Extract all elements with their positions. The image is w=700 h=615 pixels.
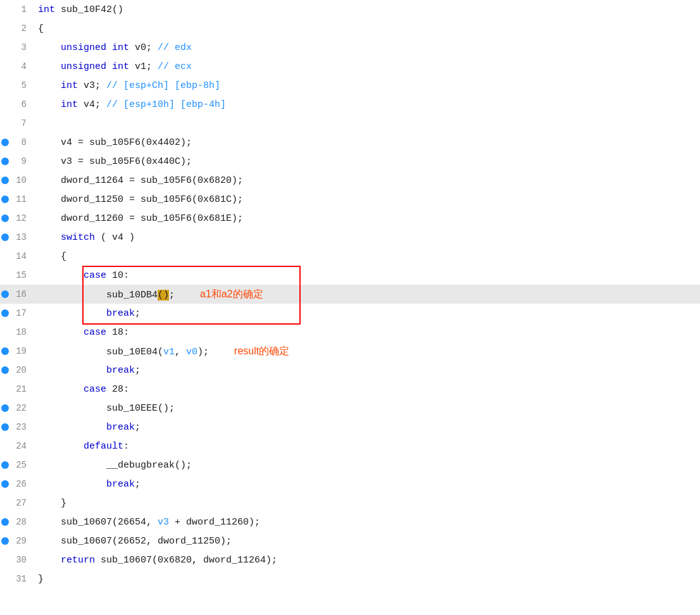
gutter-16: 16 xyxy=(0,289,32,299)
gutter-19: 19 xyxy=(0,346,32,356)
code-line-22: 22 sub_10EEE(); xyxy=(0,399,700,418)
code-line-24: 24 default: xyxy=(0,437,700,456)
code-container: 1 int sub_10F42() 2 { 3 unsigned int v0;… xyxy=(0,0,700,615)
code-line-21: 21 case 28: xyxy=(0,380,700,399)
gutter-1: 1 xyxy=(0,4,32,15)
line-content-13: switch ( v4 ) xyxy=(32,232,700,243)
line-content-6: int v4; // [esp+10h] [ebp-4h] xyxy=(32,99,700,110)
gutter-13: 13 xyxy=(0,232,32,242)
breakpoint-28 xyxy=(1,518,9,526)
code-line-31: 31 } xyxy=(0,569,700,588)
gutter-6: 6 xyxy=(0,99,32,109)
line-content-5: int v3; // [esp+Ch] [ebp-8h] xyxy=(32,80,700,91)
gutter-21: 21 xyxy=(0,384,32,394)
code-line-4: 4 unsigned int v1; // ecx xyxy=(0,57,700,76)
gutter-28: 28 xyxy=(0,517,32,527)
gutter-8: 8 xyxy=(0,137,32,147)
breakpoint-19 xyxy=(1,347,9,355)
gutter-23: 23 xyxy=(0,422,32,432)
code-line-30: 30 return sub_10607(0x6820, dword_11264)… xyxy=(0,550,700,569)
code-line-19: 19 sub_10E04(v1, v0);result的确定 xyxy=(0,342,700,361)
line-content-3: unsigned int v0; // edx xyxy=(32,42,700,53)
breakpoint-11 xyxy=(1,196,9,203)
gutter-30: 30 xyxy=(0,555,32,565)
switch-keyword: switch xyxy=(61,232,95,243)
code-line-16: 16 sub_10DB4();a1和a2的确定 xyxy=(0,285,700,304)
gutter-20: 20 xyxy=(0,365,32,375)
line-content-2: { xyxy=(32,23,700,34)
breakpoint-9 xyxy=(1,158,9,165)
line-content-18: case 18: xyxy=(32,327,700,338)
gutter-2: 2 xyxy=(0,23,32,34)
gutter-4: 4 xyxy=(0,61,32,71)
line-content-4: unsigned int v1; // ecx xyxy=(32,61,700,72)
breakpoint-29 xyxy=(1,537,9,545)
code-line-10: 10 dword_11264 = sub_105F6(0x6820); xyxy=(0,171,700,190)
breakpoint-23 xyxy=(1,423,9,431)
gutter-29: 29 xyxy=(0,536,32,546)
code-line-17: 17 break; xyxy=(0,304,700,323)
annotation-line16: a1和a2的确定 xyxy=(200,289,263,299)
line-content-9: v3 = sub_105F6(0x440C); xyxy=(32,156,700,167)
code-line-13: 13 switch ( v4 ) xyxy=(0,228,700,247)
gutter-17: 17 xyxy=(0,308,32,318)
breakpoint-10 xyxy=(1,177,9,184)
gutter-24: 24 xyxy=(0,441,32,451)
breakpoint-22 xyxy=(1,404,9,412)
breakpoint-20 xyxy=(1,366,9,374)
breakpoint-13 xyxy=(1,233,9,241)
line-content-17: break; xyxy=(32,308,700,319)
line-content-26: break; xyxy=(32,479,700,490)
line-content-11: dword_11250 = sub_105F6(0x681C); xyxy=(32,194,700,205)
gutter-25: 25 xyxy=(0,460,32,470)
code-line-1: 1 int sub_10F42() xyxy=(0,0,700,19)
line-content-1: int sub_10F42() xyxy=(32,4,700,15)
line-content-29: sub_10607(26652, dword_11250); xyxy=(32,536,700,547)
code-line-2: 2 { xyxy=(0,19,700,38)
code-line-12: 12 dword_11260 = sub_105F6(0x681E); xyxy=(0,209,700,228)
line-content-22: sub_10EEE(); xyxy=(32,403,700,414)
gutter-18: 18 xyxy=(0,327,32,337)
yellow-highlight: () xyxy=(158,290,169,301)
code-line-7: 7 xyxy=(0,114,700,133)
code-line-29: 29 sub_10607(26652, dword_11250); xyxy=(0,531,700,550)
line-content-10: dword_11264 = sub_105F6(0x6820); xyxy=(32,175,700,186)
gutter-10: 10 xyxy=(0,175,32,185)
annotation-line19: result的确定 xyxy=(234,345,289,356)
gutter-27: 27 xyxy=(0,498,32,508)
code-line-14: 14 { xyxy=(0,247,700,266)
breakpoint-25 xyxy=(1,461,9,469)
line-content-19: sub_10E04(v1, v0);result的确定 xyxy=(32,345,700,358)
code-line-11: 11 dword_11250 = sub_105F6(0x681C); xyxy=(0,190,700,209)
line-content-28: sub_10607(26654, v3 + dword_11260); xyxy=(32,517,700,528)
gutter-26: 26 xyxy=(0,479,32,489)
line-content-14: { xyxy=(32,251,700,262)
gutter-5: 5 xyxy=(0,80,32,90)
breakpoint-17 xyxy=(1,309,9,317)
line-content-8: v4 = sub_105F6(0x4402); xyxy=(32,137,700,148)
code-line-5: 5 int v3; // [esp+Ch] [ebp-8h] xyxy=(0,76,700,95)
breakpoint-8 xyxy=(1,139,9,146)
line-content-16: sub_10DB4();a1和a2的确定 xyxy=(32,288,700,301)
breakpoint-16 xyxy=(1,290,9,298)
code-line-20: 20 break; xyxy=(0,361,700,380)
code-line-8: 8 v4 = sub_105F6(0x4402); xyxy=(0,133,700,152)
gutter-3: 3 xyxy=(0,42,32,53)
code-line-15: 15 case 10: xyxy=(0,266,700,285)
code-line-25: 25 __debugbreak(); xyxy=(0,456,700,475)
code-line-18: 18 case 18: xyxy=(0,323,700,342)
gutter-14: 14 xyxy=(0,251,32,261)
line-content-23: break; xyxy=(32,422,700,433)
code-line-27: 27 } xyxy=(0,494,700,512)
code-line-26: 26 break; xyxy=(0,475,700,494)
line-content-25: __debugbreak(); xyxy=(32,460,700,471)
code-line-6: 6 int v4; // [esp+10h] [ebp-4h] xyxy=(0,95,700,114)
gutter-15: 15 xyxy=(0,270,32,280)
line-content-20: break; xyxy=(32,365,700,376)
line-content-27: } xyxy=(32,498,700,509)
gutter-7: 7 xyxy=(0,118,32,128)
gutter-22: 22 xyxy=(0,403,32,413)
breakpoint-12 xyxy=(1,214,9,222)
code-line-23: 23 break; xyxy=(0,418,700,437)
gutter-11: 11 xyxy=(0,194,32,204)
